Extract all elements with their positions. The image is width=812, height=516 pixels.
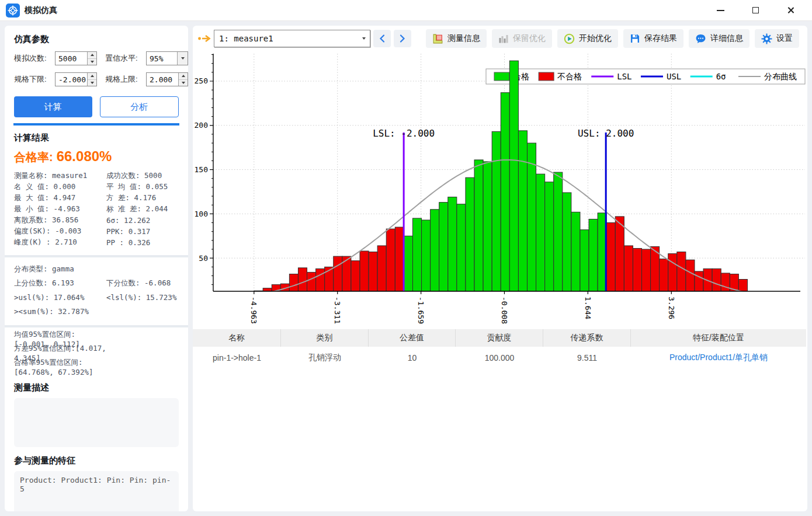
table-cell: 9.511 xyxy=(543,347,631,368)
table-header-row: 名称类别公差值贡献度传递系数特征/装配位置 xyxy=(193,329,806,347)
spec-lower-limit-label: 规格下限: xyxy=(14,74,55,85)
start-optimize-button[interactable]: 开始优化 xyxy=(557,29,618,48)
table-cell: 10 xyxy=(369,347,456,368)
save-results-button[interactable]: 保存结果 xyxy=(623,29,683,48)
assembly-link[interactable]: Product/Product1/单孔单销 xyxy=(631,347,806,368)
histogram-bar xyxy=(377,246,386,291)
histogram-bar xyxy=(298,268,307,291)
simulation-count-spinner[interactable]: 5000 xyxy=(55,51,97,65)
stat-text: <lsl(%): 15.723% xyxy=(106,293,176,302)
results-section-title: 计算结果 xyxy=(14,133,179,144)
histogram-bar xyxy=(518,131,527,291)
stat-text: 6σ: 12.262 xyxy=(106,216,150,225)
confidence-level-select[interactable]: 95% xyxy=(146,51,188,65)
details-button[interactable]: 详细信息 xyxy=(689,29,749,48)
stat-line: 峰度(K) : 2.710PP : 0.326 xyxy=(14,237,179,248)
analyze-button[interactable]: 分析 xyxy=(100,96,179,117)
histogram-bar xyxy=(677,252,686,291)
confidence-level-label: 置信水平: xyxy=(105,53,146,64)
prev-measure-button[interactable] xyxy=(373,30,391,47)
histogram-bar xyxy=(660,259,668,291)
stat-line: 合格率95%置信区间:[64.768%, 67.392%] xyxy=(14,360,179,374)
stat-line: 测量名称: measure1成功次数: 5000 xyxy=(14,170,179,182)
toolbar-button-label: 设置 xyxy=(776,33,793,44)
toolbar: 1: measure1 测量信息保留优化开始优化保存结果详细信息设置 xyxy=(193,26,807,51)
spin-down-icon[interactable] xyxy=(88,59,96,65)
toolbar-button-label: 保留优化 xyxy=(513,33,546,44)
stat-text: PP : 0.326 xyxy=(106,238,150,247)
stat-text: ><sum(%): 32.787% xyxy=(14,307,106,316)
stat-line: ><sum(%): 32.787% xyxy=(14,304,179,318)
histogram-bar xyxy=(536,174,545,291)
spec-lower-limit-value: -2.000 xyxy=(55,75,87,84)
x-tick-label: 1.644 xyxy=(584,297,592,319)
histogram-bar xyxy=(386,229,395,291)
legend-swatch xyxy=(494,72,509,81)
spec-lower-limit-spinner[interactable]: -2.000 xyxy=(55,72,97,86)
save-icon xyxy=(630,33,640,44)
spin-arrows xyxy=(87,52,96,65)
next-measure-button[interactable] xyxy=(394,30,411,47)
stat-text: 峰度(K) : 2.710 xyxy=(14,238,106,247)
keep-optimize-button[interactable]: 保留优化 xyxy=(492,29,552,48)
contribution-table: 名称类别公差值贡献度传递系数特征/装配位置 pin-1->hole-1孔销浮动1… xyxy=(193,329,806,368)
x-tick-label: 3.296 xyxy=(667,297,676,319)
stat-text: 下分位数: -6.068 xyxy=(106,278,171,288)
histogram-bar xyxy=(360,251,369,291)
spin-down-icon[interactable] xyxy=(179,80,188,86)
sidebar-panel: 仿真参数 模拟次数:5000置信水平:95%规格下限:-2.000规格上限:2.… xyxy=(5,26,188,511)
stat-line: 最 大 值: 4.947方 差: 4.176 xyxy=(14,193,179,204)
stat-text: PPK: 0.317 xyxy=(106,227,150,236)
maximize-button[interactable] xyxy=(748,3,763,18)
spin-up-icon[interactable] xyxy=(88,52,96,59)
spec-upper-limit-spinner[interactable]: 2.000 xyxy=(146,72,188,86)
table-header-cell: 传递系数 xyxy=(543,329,631,347)
usl-label: USL: 2.000 xyxy=(578,128,634,139)
spec-upper-limit-value: 2.000 xyxy=(147,75,178,84)
histogram-bar xyxy=(545,182,554,291)
stat-text: 方 差: 4.176 xyxy=(106,193,156,203)
settings-button[interactable]: 设置 xyxy=(755,29,799,48)
spin-arrows xyxy=(178,73,188,86)
histogram-svg: 合格不合格LSLUSL6σ分布曲线LSL: -2.000USL: 2.00050… xyxy=(193,51,806,326)
table-cell: 100.000 xyxy=(456,347,543,368)
main-panel: 1: measure1 测量信息保留优化开始优化保存结果详细信息设置 合格不合格… xyxy=(193,26,807,511)
histogram-bar xyxy=(457,204,466,291)
calculate-button[interactable]: 计算 xyxy=(14,96,92,117)
table-header-cell: 名称 xyxy=(193,329,281,347)
stat-text: 最 大 值: 4.947 xyxy=(14,193,106,203)
histogram-bar xyxy=(289,274,298,291)
stat-text: 测量名称: measure1 xyxy=(14,171,106,181)
histogram-bar xyxy=(721,273,730,291)
x-tick-label: -4.963 xyxy=(249,297,258,324)
spin-up-icon[interactable] xyxy=(179,73,188,80)
legend-label: LSL xyxy=(617,72,631,81)
measure-desc-box xyxy=(14,398,179,447)
play-icon xyxy=(564,33,575,44)
app-title: 模拟仿真 xyxy=(25,5,57,16)
minimize-icon xyxy=(717,10,724,11)
histogram-bar xyxy=(492,131,501,291)
chevron-down-icon[interactable] xyxy=(358,30,370,47)
spec-upper-limit-label: 规格上限: xyxy=(105,74,146,85)
minimize-button[interactable] xyxy=(713,3,728,18)
measure-select[interactable]: 1: measure1 xyxy=(214,30,370,47)
y-tick-label: 200 xyxy=(195,121,208,130)
spin-down-icon[interactable] xyxy=(88,80,96,86)
measure-info-button[interactable]: 测量信息 xyxy=(426,29,487,48)
simulation-params-form: 模拟次数:5000置信水平:95%规格下限:-2.000规格上限:2.000 xyxy=(14,51,179,87)
pass-rate-value: 66.080% xyxy=(57,148,112,164)
chevron-down-icon[interactable] xyxy=(177,52,188,65)
chevron-right-icon xyxy=(400,34,405,43)
stat-text: 名 义 值: 0.000 xyxy=(14,182,106,192)
histogram-bar xyxy=(395,227,404,291)
legend-label: 6σ xyxy=(716,72,726,81)
spin-up-icon[interactable] xyxy=(88,73,96,80)
distribution-block: 分布类型: gamma上分位数: 6.193下分位数: -6.068>usl(%… xyxy=(14,262,179,318)
table-body: pin-1->hole-1孔销浮动10100.0009.511Product/P… xyxy=(193,347,806,368)
param-row: 模拟次数:5000置信水平:95% xyxy=(14,51,179,66)
histogram-bar xyxy=(439,203,448,291)
histogram-bar xyxy=(369,252,377,291)
x-tick-label: -3.311 xyxy=(333,297,342,324)
close-button[interactable] xyxy=(783,3,798,18)
